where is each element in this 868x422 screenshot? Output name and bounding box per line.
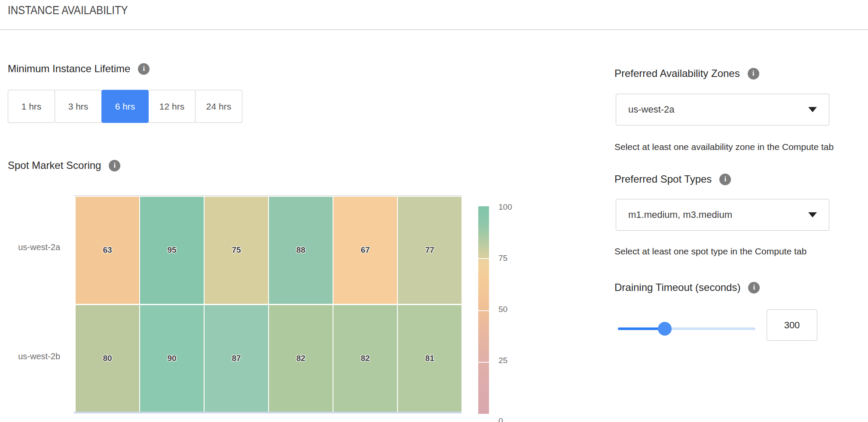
heatmap-row: 639575886777: [76, 197, 462, 304]
draining-timeout-input[interactable]: [767, 309, 817, 341]
colorbar-tick: 50: [498, 305, 507, 314]
heatmap-cell: 77: [398, 197, 462, 304]
heatmap-cell: 75: [205, 197, 268, 304]
colorbar-gradient: [478, 206, 489, 414]
draining-timeout-slider[interactable]: [618, 322, 755, 336]
heatmap-axis-line: [74, 412, 462, 413]
info-icon[interactable]: i: [138, 63, 150, 75]
header-divider: [0, 29, 868, 30]
availability-zones-dropdown[interactable]: us-west-2a: [616, 94, 829, 125]
preferred-spot-types-label: Preferred Spot Types: [614, 173, 712, 185]
colorbar-tick: 25: [498, 356, 507, 365]
info-icon[interactable]: i: [748, 282, 760, 294]
lifetime-option-3hrs[interactable]: 3 hrs: [55, 90, 102, 123]
minimum-instance-lifetime-label: Minimum Instance Lifetime: [8, 63, 130, 75]
info-icon[interactable]: i: [748, 68, 759, 80]
heatmap-cell: 87: [205, 305, 268, 412]
chevron-down-icon: [808, 212, 817, 217]
preferred-availability-zones-label: Preferred Availability Zones: [614, 67, 740, 80]
slider-thumb[interactable]: [658, 322, 672, 336]
spot-types-dropdown-value: m1.medium, m3.medium: [628, 209, 808, 220]
draining-timeout-section: Draining Timeout (seconds) i: [614, 281, 760, 294]
heatmap-cell: 67: [333, 197, 397, 304]
lifetime-button-group: 1 hrs 3 hrs 6 hrs 12 hrs 24 hrs: [8, 90, 242, 123]
preferred-availability-zones-section: Preferred Availability Zones i: [614, 67, 759, 80]
availability-zones-dropdown-value: us-west-2a: [628, 104, 808, 115]
preferred-spot-types-section: Preferred Spot Types i: [614, 173, 731, 185]
lifetime-option-6hrs[interactable]: 6 hrs: [101, 90, 149, 123]
heatmap-top-border: [74, 195, 462, 196]
info-icon[interactable]: i: [109, 160, 120, 171]
heatmap-row: 809087828281: [76, 305, 462, 412]
instance-availability-panel: INSTANCE AVAILABILITY Minimum Instance L…: [0, 0, 868, 422]
colorbar-tick: 75: [498, 254, 507, 263]
spot-market-scoring-section: Spot Market Scoring i: [8, 159, 120, 171]
colorbar-separator: [478, 362, 489, 363]
minimum-instance-lifetime-section: Minimum Instance Lifetime i: [8, 63, 150, 75]
spot-types-dropdown[interactable]: m1.medium, m3.medium: [616, 199, 829, 231]
colorbar-separator: [478, 310, 489, 311]
lifetime-option-12hrs[interactable]: 12 hrs: [148, 90, 196, 123]
heatmap-cell: 88: [269, 197, 333, 304]
heatmap-grid: 639575886777809087828281: [76, 197, 462, 412]
heatmap-row-label: us-west-2b: [0, 352, 60, 361]
heatmap-cell: 90: [140, 305, 204, 412]
lifetime-option-1hrs[interactable]: 1 hrs: [8, 90, 55, 123]
heatmap-cell: 63: [76, 197, 139, 304]
colorbar-tick: 0: [498, 416, 503, 422]
spot-market-scoring-label: Spot Market Scoring: [8, 159, 101, 171]
availability-zones-helper: Select at least one availability zone in…: [614, 142, 834, 152]
heatmap-cell: 80: [76, 305, 139, 412]
colorbar-tick: 100: [498, 202, 512, 212]
heatmap-cell: 81: [398, 305, 462, 412]
heatmap-row-label: us-west-2a: [0, 242, 60, 252]
heatmap-cell: 95: [140, 197, 204, 304]
info-icon[interactable]: i: [719, 174, 731, 185]
lifetime-option-24hrs[interactable]: 24 hrs: [195, 90, 242, 123]
chevron-down-icon: [808, 107, 817, 112]
spot-types-helper: Select at least one spot type in the Com…: [614, 246, 807, 257]
draining-timeout-label: Draining Timeout (seconds): [614, 281, 740, 294]
heatmap-cell: 82: [333, 305, 397, 412]
colorbar-separator: [478, 258, 489, 259]
page-title: INSTANCE AVAILABILITY: [8, 3, 128, 17]
heatmap-cell: 82: [269, 305, 333, 412]
